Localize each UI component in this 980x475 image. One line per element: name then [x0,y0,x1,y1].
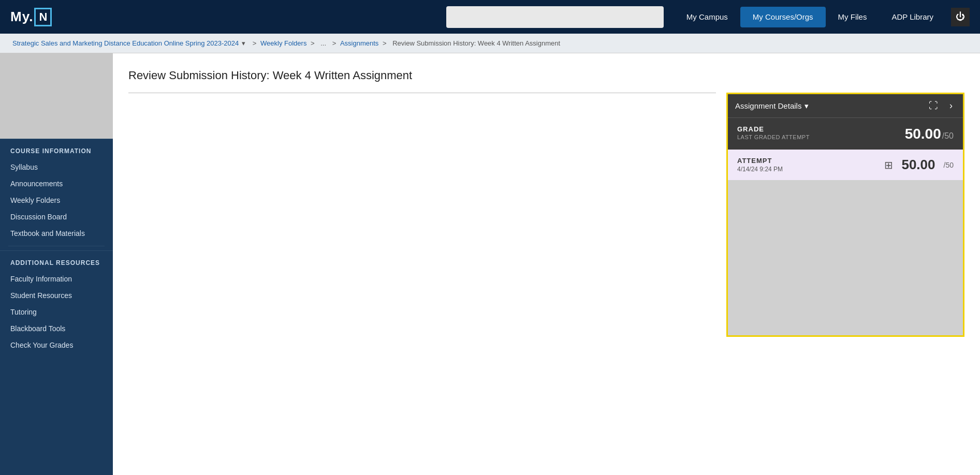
assignment-details-panel: Assignment Details ▾ ⛶ › GRADE LAST GRAD… [726,93,964,337]
sidebar-item-check-grades[interactable]: Check Your Grades [0,337,113,353]
assignment-details-label: Assignment Details [735,101,801,110]
sidebar-course-image [0,53,113,139]
tab-my-courses-orgs[interactable]: My Courses/Orgs [740,7,826,27]
grid-icon[interactable]: ⊞ [884,159,893,171]
chevron-down-icon[interactable]: ▾ [805,101,809,111]
grade-total: /50 [942,131,954,141]
logo-n-box: N [34,8,52,26]
main-layout: COURSE INFORMATION Syllabus Announcement… [0,53,980,475]
sidebar-course-info-section: COURSE INFORMATION Syllabus Announcement… [0,139,113,242]
attempt-label: ATTEMPT [737,157,783,165]
logo-my: My. [10,9,33,25]
sidebar-item-discussion-board[interactable]: Discussion Board [0,209,113,225]
sidebar: COURSE INFORMATION Syllabus Announcement… [0,53,113,475]
next-button[interactable]: › [946,99,956,112]
sidebar-item-syllabus[interactable]: Syllabus [0,159,113,175]
sidebar-item-weekly-folders[interactable]: Weekly Folders [0,192,113,209]
power-button[interactable]: ⏻ [951,8,970,26]
expand-button[interactable]: ⛶ [926,99,941,112]
attempt-right: ⊞ 50.00 /50 [884,157,954,173]
logo-area: My. N [10,8,52,26]
sidebar-additional-title: ADDITIONAL RESOURCES [0,250,113,271]
attempt-date: 4/14/24 9:24 PM [737,166,783,173]
sidebar-divider [8,246,105,246]
breadcrumb-sep4: > [381,39,388,47]
breadcrumb-dropdown-icon[interactable]: ▾ [242,39,245,47]
attempt-info: ATTEMPT 4/14/24 9:24 PM [737,157,783,173]
nav-right: My Campus My Courses/Orgs My Files ADP L… [446,6,970,28]
sidebar-additional-section: ADDITIONAL RESOURCES Faculty Information… [0,250,113,353]
page-title: Review Submission History: Week 4 Writte… [128,69,964,82]
sidebar-course-info-title: COURSE INFORMATION [0,139,113,159]
panel-gray-area [728,180,963,335]
breadcrumb-course[interactable]: Strategic Sales and Marketing Distance E… [12,39,239,47]
panel-header-actions: ⛶ › [926,99,956,112]
panel-header-title: Assignment Details ▾ [735,101,809,111]
tab-my-files[interactable]: My Files [826,7,880,27]
sidebar-item-student-resources[interactable]: Student Resources [0,287,113,304]
tab-adp-library[interactable]: ADP Library [879,7,946,27]
breadcrumb-assignments[interactable]: Assignments [340,39,378,47]
sidebar-item-tutoring[interactable]: Tutoring [0,304,113,320]
panel-header: Assignment Details ▾ ⛶ › [728,94,963,117]
search-area [446,6,664,28]
grade-section: GRADE LAST GRADED ATTEMPT 50.00 /50 [728,117,963,150]
sidebar-item-blackboard-tools[interactable]: Blackboard Tools [0,320,113,337]
sidebar-item-announcements[interactable]: Announcements [0,175,113,192]
tab-my-campus[interactable]: My Campus [674,7,740,27]
breadcrumb-current: Review Submission History: Week 4 Writte… [392,39,560,47]
sidebar-item-faculty-info[interactable]: Faculty Information [0,271,113,287]
submission-left-column [128,93,716,93]
breadcrumb-ellipsis: ... [320,39,326,47]
content-area: Review Submission History: Week 4 Writte… [113,53,980,475]
breadcrumb: Strategic Sales and Marketing Distance E… [0,34,980,53]
attempt-total: /50 [944,161,954,169]
breadcrumb-sep2: > [309,39,316,47]
breadcrumb-sep1: > [251,39,258,47]
submission-bottom-preview [128,93,716,93]
nav-tabs: My Campus My Courses/Orgs My Files ADP L… [674,7,946,27]
attempt-score: 50.00 [901,157,935,173]
breadcrumb-weekly-folders[interactable]: Weekly Folders [260,39,306,47]
assignment-layout: Assignment Details ▾ ⛶ › GRADE LAST GRAD… [128,93,964,337]
breadcrumb-sep3: > [330,39,338,47]
attempt-section: ATTEMPT 4/14/24 9:24 PM ⊞ 50.00 /50 [728,150,963,180]
grade-score: 50.00 [905,126,941,142]
top-navigation: My. N My Campus My Courses/Orgs My Files… [0,0,980,34]
sidebar-item-textbook-materials[interactable]: Textbook and Materials [0,225,113,242]
